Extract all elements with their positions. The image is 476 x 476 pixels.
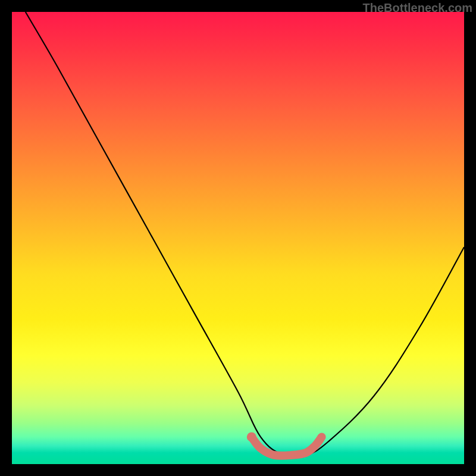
chart-container: TheBottleneck.com	[0, 0, 476, 476]
attribution-text: TheBottleneck.com	[363, 1, 472, 15]
optimal-range-marker-dot	[247, 432, 256, 441]
curve-svg	[12, 12, 464, 464]
plot-area	[12, 12, 464, 464]
bottleneck-curve-path	[26, 12, 464, 457]
